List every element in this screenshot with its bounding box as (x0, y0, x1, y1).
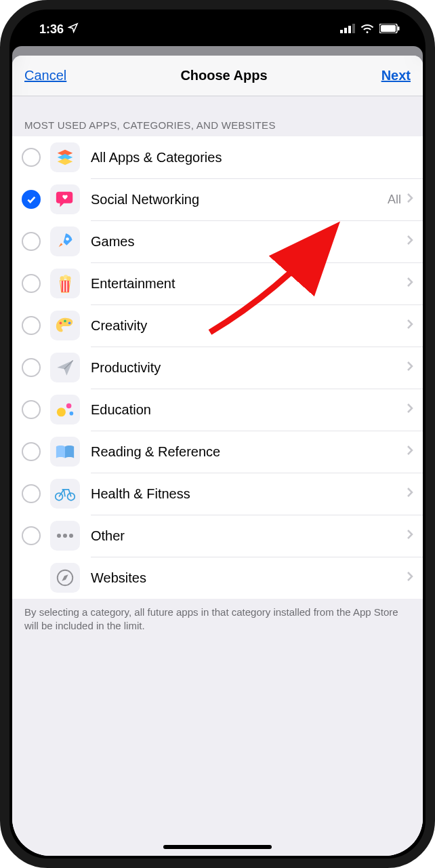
row-games[interactable]: Games (12, 220, 423, 262)
radio-unchecked[interactable] (22, 358, 41, 377)
row-detail: All (388, 193, 401, 207)
book-icon (50, 437, 80, 467)
radio-unchecked[interactable] (22, 274, 41, 293)
row-label: Entertainment (91, 276, 407, 292)
svg-point-15 (64, 320, 66, 323)
section-header: MOST USED APPS, CATEGORIES, AND WEBSITES (12, 96, 423, 136)
row-all-apps[interactable]: All Apps & Categories (12, 136, 423, 178)
svg-rect-3 (352, 24, 355, 33)
radio-unchecked[interactable] (22, 526, 41, 545)
bicycle-icon (50, 479, 80, 509)
svg-point-17 (57, 408, 66, 416)
svg-point-23 (63, 534, 67, 538)
row-label: Education (91, 402, 407, 418)
svg-rect-2 (348, 26, 351, 33)
chevron-right-icon (407, 361, 413, 374)
svg-point-22 (57, 534, 61, 538)
svg-point-13 (66, 276, 70, 280)
svg-point-18 (66, 403, 72, 409)
row-label: All Apps & Categories (91, 150, 413, 165)
svg-point-14 (60, 321, 62, 324)
chevron-right-icon (407, 529, 413, 542)
nav-bar: Cancel Choose Apps Next (12, 56, 423, 96)
row-reading-reference[interactable]: Reading & Reference (12, 431, 423, 473)
row-label: Other (91, 528, 407, 544)
row-label: Productivity (91, 360, 407, 376)
category-list: All Apps & Categories Social Networking … (12, 136, 423, 599)
row-label: Games (91, 234, 407, 250)
battery-icon (379, 22, 400, 37)
modal-sheet: Cancel Choose Apps Next MOST USED APPS, … (12, 56, 423, 856)
cellular-icon (340, 22, 355, 37)
chevron-right-icon (407, 319, 413, 332)
ellipsis-icon (50, 521, 80, 551)
svg-rect-10 (67, 281, 69, 292)
wifi-icon (360, 22, 374, 37)
svg-rect-8 (62, 281, 64, 292)
chat-heart-icon (50, 184, 80, 214)
chevron-right-icon (407, 445, 413, 458)
row-websites[interactable]: Websites (12, 557, 423, 599)
compass-icon (50, 563, 80, 593)
svg-point-21 (68, 493, 75, 500)
row-label: Reading & Reference (91, 444, 407, 460)
cancel-button[interactable]: Cancel (24, 68, 66, 83)
rocket-icon (50, 226, 80, 256)
svg-point-20 (56, 493, 63, 500)
status-time: 1:36 (39, 22, 64, 37)
svg-point-16 (68, 321, 71, 324)
svg-point-19 (70, 412, 74, 416)
row-health-fitness[interactable]: Health & Fitness (12, 473, 423, 515)
row-label: Websites (91, 570, 407, 586)
row-education[interactable]: Education (12, 389, 423, 431)
svg-rect-5 (381, 25, 396, 32)
radio-unchecked[interactable] (22, 232, 41, 251)
radio-unchecked[interactable] (22, 484, 41, 503)
location-icon (68, 22, 79, 37)
chevron-right-icon (407, 571, 413, 585)
stack-icon (50, 142, 80, 172)
popcorn-icon (50, 269, 80, 298)
radio-checked[interactable] (22, 190, 41, 209)
chevron-right-icon (407, 193, 413, 206)
svg-rect-6 (398, 26, 400, 31)
svg-point-24 (69, 534, 73, 538)
row-label: Social Networking (91, 192, 388, 208)
svg-point-7 (66, 237, 69, 241)
palette-icon (50, 311, 80, 340)
paper-plane-icon (50, 353, 80, 382)
chevron-right-icon (407, 403, 413, 416)
svg-rect-1 (344, 28, 347, 33)
radio-unchecked[interactable] (22, 400, 41, 419)
svg-rect-0 (340, 30, 343, 33)
row-productivity[interactable]: Productivity (12, 347, 423, 389)
radio-unchecked[interactable] (22, 316, 41, 335)
row-social-networking[interactable]: Social Networking All (12, 178, 423, 220)
svg-rect-9 (64, 281, 66, 292)
page-title: Choose Apps (180, 68, 267, 83)
phone-frame: 1:36 Cancel Choose Apps Next MO (0, 0, 435, 868)
row-other[interactable]: Other (12, 515, 423, 557)
radio-unchecked[interactable] (22, 148, 41, 167)
footer-note: By selecting a category, all future apps… (12, 599, 423, 856)
next-button[interactable]: Next (381, 68, 411, 83)
radio-unchecked[interactable] (22, 442, 41, 461)
planets-icon (50, 395, 80, 425)
chevron-right-icon (407, 277, 413, 290)
home-indicator (163, 845, 272, 849)
row-label: Creativity (91, 318, 407, 334)
chevron-right-icon (407, 487, 413, 500)
row-creativity[interactable]: Creativity (12, 304, 423, 347)
notch (140, 12, 295, 37)
row-entertainment[interactable]: Entertainment (12, 262, 423, 304)
chevron-right-icon (407, 235, 413, 248)
row-label: Health & Fitness (91, 486, 407, 502)
